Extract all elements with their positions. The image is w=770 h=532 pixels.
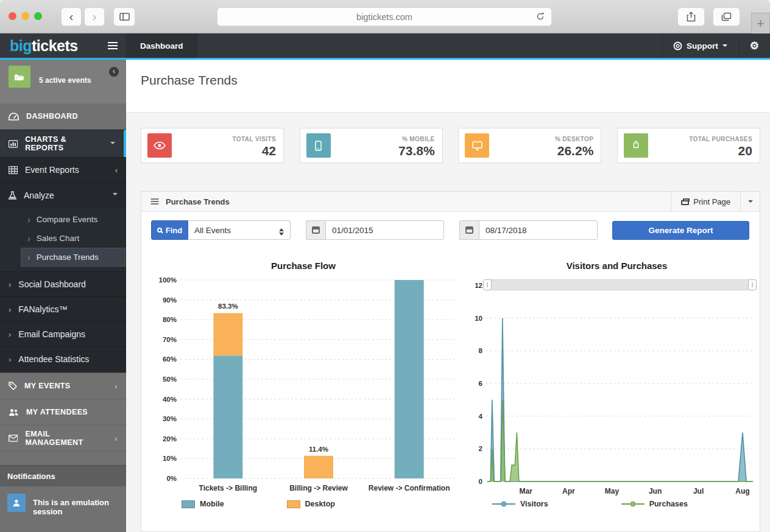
sidebar-item-my-attendees[interactable]: MY ATTENDEES: [0, 399, 126, 425]
date-from-input[interactable]: [325, 220, 444, 240]
chevron-left-icon: ‹: [115, 382, 118, 391]
chevron-down-icon: [748, 200, 753, 205]
new-tab-button[interactable]: +: [751, 13, 770, 35]
nav-settings[interactable]: ⚙: [738, 33, 770, 58]
chevron-down-icon: [722, 44, 727, 49]
bar-chart-icon: [9, 140, 18, 148]
x-axis-label: Review -> Confirmation: [369, 484, 450, 492]
menu-toggle-icon[interactable]: [108, 42, 118, 49]
sidebar-item-social-dashboard[interactable]: ›Social Dashboard: [0, 271, 126, 296]
sidebar-events-summary: 5 active events ‹: [0, 60, 126, 103]
line-marker-icon: [621, 501, 645, 507]
browser-chrome: ‹ › bigtickets.com +: [0, 0, 770, 33]
sidebar-item-fanalytics[interactable]: ›FANalytics™: [0, 296, 126, 321]
select-arrows-icon: [279, 226, 284, 238]
share-button[interactable]: [677, 7, 705, 26]
svg-text:12: 12: [475, 282, 482, 289]
submenu-compare-events[interactable]: ›Compare Events: [0, 210, 126, 229]
submenu-sales-chart[interactable]: ›Sales Chart: [0, 229, 126, 248]
event-filter-select[interactable]: All Events: [188, 220, 291, 240]
maximize-window-button[interactable]: [34, 12, 42, 20]
panel-menu-icon[interactable]: [151, 198, 159, 205]
chart-title: Visitors and Purchases: [468, 261, 766, 271]
chevron-right-icon: ›: [27, 215, 30, 225]
forward-icon: ›: [93, 10, 97, 23]
gauge-icon: [9, 113, 19, 121]
brand-logo[interactable]: bigtickets: [10, 37, 78, 55]
legend-item-purchases: Purchases: [621, 500, 688, 508]
svg-text:10: 10: [475, 315, 482, 322]
nav-dashboard[interactable]: Dashboard: [126, 33, 197, 58]
date-from-group: [306, 220, 444, 240]
plus-icon: +: [757, 16, 765, 32]
window-controls[interactable]: [9, 12, 42, 20]
purchase-trends-panel: Purchase Trends Print Page Find All Even…: [141, 191, 760, 532]
sidebar-item-attendee-statistics[interactable]: ›Attendee Statistics: [0, 346, 126, 371]
find-button[interactable]: Find: [151, 220, 188, 240]
stat-card-percent-desktop: % DESKTOP26.2%: [458, 128, 601, 163]
page-header: Purchase Trends: [126, 60, 770, 113]
active-events-tile[interactable]: [9, 66, 30, 88]
generate-report-button[interactable]: Generate Report: [612, 221, 749, 240]
stat-label: % DESKTOP: [555, 136, 593, 142]
chevron-right-icon: ›: [27, 253, 30, 262]
sidebar-collapse-button[interactable]: ‹: [109, 67, 119, 77]
svg-text:30%: 30%: [163, 415, 177, 422]
main-content: Purchase Trends TOTAL VISITS42 % MOBILE7…: [126, 60, 770, 532]
sidebar-item-charts-reports[interactable]: CHARTS & REPORTS: [0, 130, 126, 157]
forward-button[interactable]: ›: [84, 7, 105, 26]
svg-text:40%: 40%: [163, 396, 177, 403]
svg-text:90%: 90%: [163, 296, 177, 304]
nav-support[interactable]: Support: [662, 33, 738, 58]
notifications-header: Notifications: [0, 465, 126, 486]
purchase-flow-legend: Mobile Desktop: [182, 500, 461, 508]
toggle-sidebar-button[interactable]: [113, 7, 135, 26]
svg-text:6: 6: [479, 380, 482, 387]
sidebar-item-my-events[interactable]: MY EVENTS‹: [0, 373, 126, 399]
url-bar[interactable]: bigtickets.com: [217, 7, 552, 26]
back-icon: ‹: [69, 10, 74, 23]
svg-text:83.3%: 83.3%: [218, 303, 238, 310]
minimize-window-button[interactable]: [21, 12, 29, 20]
svg-text:0%: 0%: [166, 475, 177, 482]
svg-text:100%: 100%: [159, 276, 177, 284]
panel-options-button[interactable]: [740, 192, 760, 212]
sidebar-item-dashboard[interactable]: DASHBOARD: [0, 103, 126, 130]
tabs-overview-button[interactable]: [713, 7, 740, 26]
slider-handle-right[interactable]: [748, 279, 757, 290]
stat-label: TOTAL VISITS: [233, 136, 276, 142]
purchase-flow-plot: 0%10%20%30%40%50%60%70%80%90%100%83.3%Ti…: [146, 271, 461, 497]
submenu-purchase-trends[interactable]: ›Purchase Trends: [21, 248, 125, 267]
svg-text:20%: 20%: [163, 435, 177, 443]
stat-card-total-visits: TOTAL VISITS42: [141, 128, 284, 163]
sidebar-item-email-campaigns[interactable]: ›Email Campaigns: [0, 321, 126, 346]
reload-button[interactable]: [535, 12, 545, 23]
folder-open-icon: [14, 72, 25, 82]
calendar-icon[interactable]: [306, 220, 325, 240]
svg-text:60%: 60%: [163, 355, 177, 363]
sidebar-item-event-reports[interactable]: Event Reports‹: [0, 157, 126, 182]
x-axis-label: Mar: [520, 487, 533, 495]
users-icon: [9, 408, 19, 416]
stat-label: TOTAL PURCHASES: [689, 136, 752, 142]
support-icon: [673, 41, 682, 51]
chevron-right-icon: ›: [9, 305, 11, 314]
range-slider[interactable]: [487, 279, 753, 290]
svg-text:11.4%: 11.4%: [309, 446, 328, 453]
legend-item-mobile: Mobile: [182, 500, 224, 508]
slider-handle-left[interactable]: [483, 279, 492, 290]
page-title: Purchase Trends: [141, 73, 755, 88]
sidebar-item-analyze[interactable]: Analyze: [0, 182, 126, 208]
stat-value: 73.8%: [398, 144, 435, 158]
stat-value: 42: [262, 144, 276, 158]
close-window-button[interactable]: [9, 12, 16, 20]
chevron-left-icon: ‹: [115, 166, 118, 175]
printer-icon: [681, 200, 689, 205]
date-to-input[interactable]: [479, 220, 598, 240]
calendar-icon[interactable]: [459, 220, 479, 240]
back-button[interactable]: ‹: [61, 7, 82, 26]
sidebar-item-email-management[interactable]: EMAIL MANAGEMENT‹: [0, 425, 126, 452]
chevron-right-icon: ›: [9, 355, 11, 364]
print-page-button[interactable]: Print Page: [671, 192, 740, 212]
panel-header: Purchase Trends Print Page: [141, 192, 760, 212]
